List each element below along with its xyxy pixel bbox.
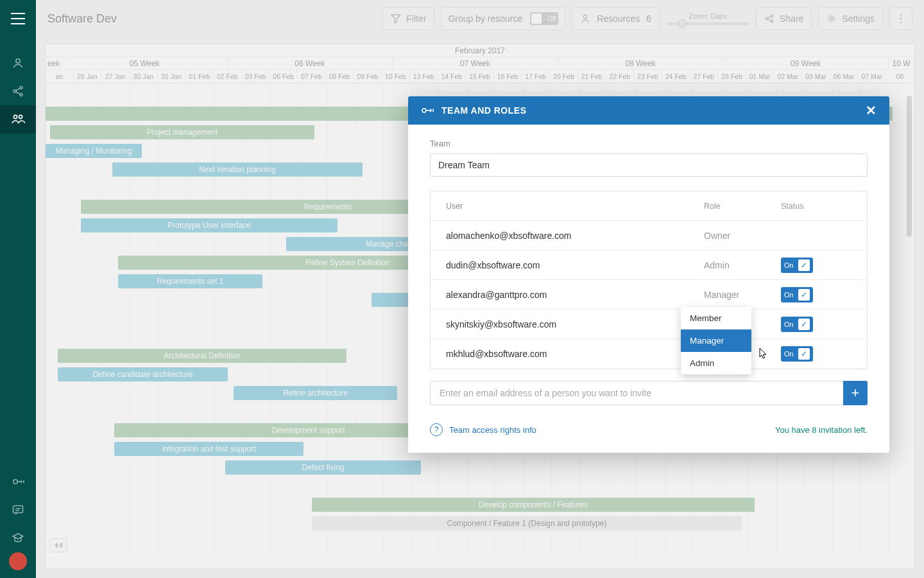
role-dropdown[interactable]: Member Manager Admin [681, 307, 751, 374]
user-avatar[interactable] [9, 552, 27, 570]
status-toggle[interactable]: On✓ [781, 317, 813, 332]
check-icon: ✓ [798, 259, 810, 271]
svg-point-2 [20, 87, 22, 89]
invite-email-input[interactable] [430, 381, 843, 405]
modal-title: TEAM AND ROLES [441, 105, 526, 116]
help-icon: ? [430, 423, 443, 436]
status-toggle[interactable]: On✓ [781, 258, 813, 273]
sidebar [0, 0, 36, 578]
modal-header: TEAM AND ROLES ✕ [408, 96, 889, 125]
role-option-member[interactable]: Member [681, 307, 751, 329]
table-row: skynitskiy@xbsoftware.com On✓ Member Man… [431, 310, 867, 339]
user-email: alomachenko@xbsoftware.com [446, 231, 704, 241]
add-user-button[interactable]: + [843, 381, 868, 405]
check-icon: ✓ [798, 289, 810, 301]
user-role[interactable]: Admin [704, 260, 781, 270]
nav-key-icon[interactable] [0, 468, 36, 496]
invitations-left: You have 8 invitation left. [775, 425, 868, 435]
user-email: mkhlud@xbsoftware.com [446, 349, 704, 359]
team-name-input[interactable] [430, 153, 868, 177]
user-status: On✓ [781, 346, 851, 362]
check-icon: ✓ [798, 348, 810, 360]
nav-team-icon[interactable] [0, 105, 36, 134]
col-user-header: User [446, 202, 704, 211]
table-row: alomachenko@xbsoftware.com Owner [431, 221, 867, 250]
user-email: alexandra@ganttpro.com [446, 290, 704, 300]
svg-point-6 [13, 480, 18, 484]
svg-rect-7 [13, 506, 23, 513]
table-row: dudin@xbsoftware.com Admin On✓ [431, 250, 867, 280]
nav-learn-icon[interactable] [0, 524, 36, 552]
user-status: On✓ [781, 287, 851, 302]
main-area: Software Dev Filter Group by resource Of… [36, 0, 924, 578]
role-option-manager[interactable]: Manager [681, 329, 751, 352]
user-status: On✓ [781, 317, 851, 332]
user-table: User Role Status alomachenko@xbsoftware.… [430, 191, 868, 369]
role-option-admin[interactable]: Admin [681, 352, 751, 374]
table-row: alexandra@ganttpro.com Manager On✓ [431, 280, 867, 310]
status-toggle[interactable]: On✓ [781, 346, 813, 362]
invite-row: + [430, 381, 868, 405]
modal-footer: ? Team access rights info You have 8 inv… [430, 423, 868, 436]
status-toggle[interactable]: On✓ [781, 287, 813, 302]
svg-point-0 [16, 59, 20, 63]
user-role[interactable]: Manager [704, 290, 781, 300]
nav-profile-icon[interactable] [0, 49, 36, 77]
svg-point-1 [13, 90, 16, 92]
col-status-header: Status [781, 202, 851, 211]
team-label: Team [430, 139, 868, 148]
svg-point-3 [20, 94, 22, 96]
svg-point-4 [13, 115, 17, 118]
modal-body: Team User Role Status alomachenko@xbsoft… [408, 125, 889, 453]
user-status: On✓ [781, 258, 851, 273]
team-roles-modal: TEAM AND ROLES ✕ Team User Role Status a… [408, 96, 889, 453]
col-role-header: Role [704, 202, 781, 211]
table-row: mkhlud@xbsoftware.com On✓ [431, 339, 867, 369]
app-root: Software Dev Filter Group by resource Of… [0, 0, 924, 578]
user-email: dudin@xbsoftware.com [446, 260, 704, 270]
access-info-link[interactable]: ? Team access rights info [430, 423, 536, 436]
check-icon: ✓ [798, 319, 810, 330]
nav-chat-icon[interactable] [0, 496, 36, 524]
svg-point-5 [19, 115, 22, 118]
user-role[interactable]: Owner [704, 231, 781, 241]
svg-point-16 [422, 109, 426, 112]
nav-share-icon[interactable] [0, 77, 36, 105]
menu-button[interactable] [0, 0, 36, 37]
table-header: User Role Status [431, 191, 867, 221]
user-email: skynitskiy@xbsoftware.com [446, 319, 704, 329]
close-icon[interactable]: ✕ [866, 103, 877, 118]
